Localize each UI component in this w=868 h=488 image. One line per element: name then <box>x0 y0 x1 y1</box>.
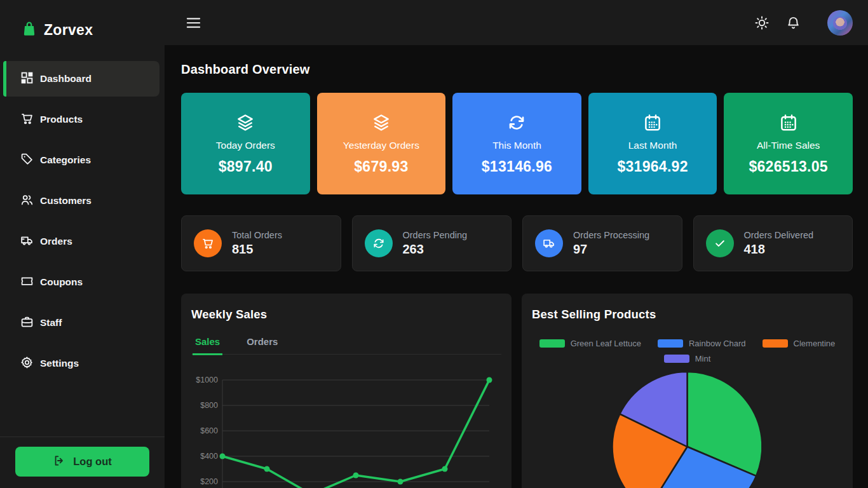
summary-cards-row: Today Orders $897.40 Yesterday Orders $6… <box>181 93 853 194</box>
logout-label: Log out <box>73 456 111 468</box>
legend-item-clementine: Clementine <box>763 339 836 348</box>
hamburger-icon[interactable] <box>186 17 201 29</box>
summary-card-this-month: This Month $13146.96 <box>452 93 581 194</box>
summary-card-label: Last Month <box>628 140 677 151</box>
weekly-sales-tabs: Sales Orders <box>191 336 501 355</box>
summary-card-value: $13146.96 <box>482 158 552 175</box>
refresh-icon <box>507 112 526 133</box>
svg-text:$1000: $1000 <box>196 376 218 384</box>
svg-text:$600: $600 <box>200 426 218 435</box>
sidebar-item-customers[interactable]: Customers <box>3 183 159 219</box>
status-card-label: Total Orders <box>232 230 282 240</box>
legend-label: Rainbow Chard <box>689 339 746 348</box>
dashboard-content: Dashboard Overview Today Orders $897.40 … <box>165 45 868 488</box>
summary-card-label: Today Orders <box>216 140 275 151</box>
svg-text:$200: $200 <box>200 477 218 486</box>
status-card-orders-delivered: Orders Delivered 418 <box>693 215 853 271</box>
legend-item-mint: Mint <box>664 354 711 363</box>
legend-swatch <box>658 339 683 348</box>
sidebar-item-label: Coupons <box>40 276 83 288</box>
svg-text:$400: $400 <box>200 452 218 461</box>
status-card-text: Orders Delivered 418 <box>744 230 814 257</box>
status-card-orders-pending: Orders Pending 263 <box>352 215 512 271</box>
legend-label: Mint <box>695 354 711 363</box>
sidebar-item-staff[interactable]: Staff <box>3 305 159 341</box>
summary-card-today-orders: Today Orders $897.40 <box>181 93 310 194</box>
sidebar-item-dashboard[interactable]: Dashboard <box>3 61 159 97</box>
weekly-sales-line-chart: $1000$800$600$400$200 <box>191 372 501 488</box>
legend-item-green-leaf-lettuce: Green Leaf Lettuce <box>539 339 641 348</box>
summary-card-label: Yesterday Orders <box>343 140 419 151</box>
shopping-bag-icon <box>21 20 37 39</box>
truck-icon <box>535 229 563 257</box>
charts-row: Weekly Sales Sales Orders $1000$800$600$… <box>181 294 853 488</box>
cart-icon <box>194 229 222 257</box>
status-cards-row: Total Orders 815 Orders Pending 263 Or <box>181 215 853 271</box>
avatar[interactable] <box>827 10 853 36</box>
sidebar-item-label: Customers <box>40 195 92 207</box>
summary-card-value: $897.40 <box>219 158 273 175</box>
sidebar-item-label: Dashboard <box>40 73 92 85</box>
legend-swatch <box>539 339 565 348</box>
sidebar-item-coupons[interactable]: Coupons <box>3 264 159 300</box>
status-card-value: 418 <box>744 242 814 257</box>
svg-text:$800: $800 <box>200 401 218 410</box>
sidebar-nav: Dashboard Products Categories Customers … <box>0 61 165 386</box>
calendar-icon <box>643 112 662 133</box>
pie-legend: Green Leaf Lettuce Rainbow Chard Clement… <box>538 339 837 363</box>
weekly-sales-card: Weekly Sales Sales Orders $1000$800$600$… <box>181 294 512 488</box>
bell-icon[interactable] <box>786 15 801 30</box>
status-card-text: Orders Processing 97 <box>573 230 649 257</box>
brand: Zorvex <box>0 0 165 39</box>
summary-card-yesterday-orders: Yesterday Orders $679.93 <box>317 93 446 194</box>
sidebar-item-settings[interactable]: Settings <box>3 346 159 381</box>
dashboard-grid-icon <box>20 71 34 87</box>
cart-icon <box>20 112 34 128</box>
sidebar-item-products[interactable]: Products <box>3 102 159 137</box>
summary-card-last-month: Last Month $31964.92 <box>588 93 717 194</box>
legend-item-rainbow-chard: Rainbow Chard <box>658 339 746 348</box>
calendar-icon <box>779 112 798 133</box>
status-card-label: Orders Delivered <box>744 230 814 240</box>
status-card-value: 97 <box>573 242 649 257</box>
status-card-label: Orders Processing <box>573 230 649 240</box>
status-card-text: Total Orders 815 <box>232 230 282 257</box>
logout-button[interactable]: Log out <box>15 447 149 477</box>
tag-icon <box>20 152 34 168</box>
summary-card-label: All-Time Sales <box>757 140 820 151</box>
sidebar-item-label: Settings <box>40 358 79 369</box>
topbar <box>165 0 868 45</box>
sidebar-item-label: Categories <box>40 154 91 166</box>
status-card-value: 263 <box>403 242 468 257</box>
page-title: Dashboard Overview <box>181 62 853 77</box>
status-card-label: Orders Pending <box>403 230 468 240</box>
best-selling-title: Best Selling Products <box>532 308 843 322</box>
legend-label: Green Leaf Lettuce <box>571 339 641 348</box>
ticket-icon <box>20 274 34 290</box>
tab-orders[interactable]: Orders <box>244 336 280 355</box>
refresh-icon <box>365 229 393 257</box>
summary-card-value: $679.93 <box>354 158 408 175</box>
summary-card-value: $31964.92 <box>617 158 688 175</box>
sidebar-item-categories[interactable]: Categories <box>3 142 159 178</box>
layers-icon <box>372 112 391 133</box>
tab-sales[interactable]: Sales <box>193 336 222 355</box>
sun-icon[interactable] <box>754 15 770 30</box>
sidebar-item-orders[interactable]: Orders <box>3 224 159 259</box>
briefcase-icon <box>20 315 34 331</box>
sidebar-item-label: Orders <box>40 236 72 247</box>
legend-swatch <box>664 355 689 363</box>
layers-icon <box>236 112 255 133</box>
users-icon <box>20 193 34 209</box>
main-area: Dashboard Overview Today Orders $897.40 … <box>165 0 868 488</box>
weekly-sales-title: Weekly Sales <box>191 308 501 322</box>
sidebar-footer: Log out <box>0 437 165 488</box>
logout-icon <box>53 454 65 470</box>
truck-icon <box>20 234 34 250</box>
best-selling-card: Best Selling Products Green Leaf Lettuce… <box>522 294 853 488</box>
summary-card-value: $626513.05 <box>749 158 828 175</box>
check-icon <box>706 229 734 257</box>
status-card-text: Orders Pending 263 <box>403 230 468 257</box>
best-selling-pie-chart <box>532 367 843 488</box>
summary-card-all-time-sales: All-Time Sales $626513.05 <box>724 93 853 194</box>
